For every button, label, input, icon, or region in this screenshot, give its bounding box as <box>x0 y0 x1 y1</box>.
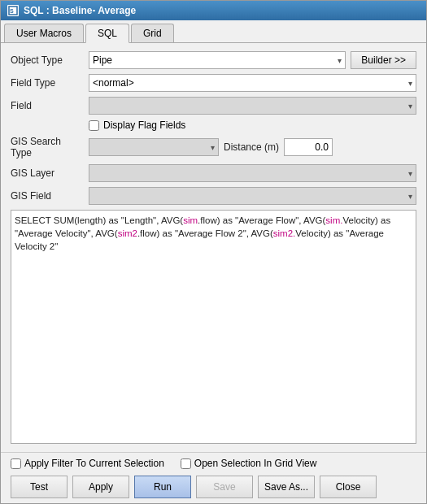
object-type-row: Object Type Pipe Builder >> <box>11 51 416 69</box>
field-label: Field <box>11 100 84 111</box>
gis-field-row: GIS Field <box>11 187 416 205</box>
main-window: S SQL : Baseline- Average User Macros SQ… <box>0 0 427 504</box>
apply-filter-checkbox[interactable] <box>11 458 21 469</box>
title-bar: S SQL : Baseline- Average <box>1 1 426 20</box>
save-as-button[interactable]: Save As... <box>258 476 315 498</box>
object-type-label: Object Type <box>11 54 84 66</box>
gis-field-select-wrapper <box>89 187 416 205</box>
gis-layer-row: GIS Layer <box>11 164 416 182</box>
gis-field-label: GIS Field <box>11 190 84 202</box>
sql-text: SELECT SUM(length) as "Length", AVG(sim.… <box>15 215 390 251</box>
form-content: Object Type Pipe Builder >> Field Type <… <box>1 43 426 452</box>
gis-search-row: GIS SearchType Distance (m) <box>11 136 416 159</box>
gis-layer-select[interactable] <box>89 164 416 182</box>
gis-search-select-wrapper <box>89 138 219 156</box>
tab-bar: User Macros SQL Grid <box>1 20 426 43</box>
apply-filter-label[interactable]: Apply Filter To Current Selection <box>24 458 164 469</box>
svg-text:S: S <box>10 8 14 14</box>
tab-user-macros[interactable]: User Macros <box>4 24 84 42</box>
display-flag-row: Display Flag Fields <box>89 119 416 131</box>
tab-grid[interactable]: Grid <box>131 24 174 42</box>
open-selection-item: Open Selection In Grid View <box>181 458 317 469</box>
bottom-area: Apply Filter To Current Selection Open S… <box>1 452 426 503</box>
field-type-select[interactable]: <normal> <box>89 74 416 92</box>
field-select[interactable] <box>89 97 416 115</box>
tab-sql[interactable]: SQL <box>85 24 129 43</box>
apply-filter-item: Apply Filter To Current Selection <box>11 458 164 469</box>
gis-search-label: GIS SearchType <box>11 136 84 159</box>
field-type-row: Field Type <normal> <box>11 74 416 92</box>
builder-button[interactable]: Builder >> <box>351 51 416 69</box>
apply-button[interactable]: Apply <box>72 476 129 498</box>
button-row: Test Apply Run Save Save As... Close <box>11 476 416 498</box>
field-row: Field <box>11 97 416 115</box>
distance-label: Distance (m) <box>224 141 279 153</box>
field-type-label: Field Type <box>11 77 84 89</box>
title-icon: S <box>7 5 19 16</box>
gis-layer-select-wrapper <box>89 164 416 182</box>
save-button[interactable]: Save <box>196 476 253 498</box>
field-select-wrapper <box>89 97 416 115</box>
object-type-select-wrapper: Pipe <box>89 51 346 69</box>
sql-textarea[interactable]: SELECT SUM(length) as "Length", AVG(sim.… <box>11 210 416 444</box>
bottom-checkboxes: Apply Filter To Current Selection Open S… <box>11 458 416 469</box>
open-selection-checkbox[interactable] <box>181 458 191 469</box>
display-flag-checkbox[interactable] <box>89 120 99 131</box>
distance-input[interactable] <box>284 138 333 156</box>
run-button[interactable]: Run <box>134 476 191 498</box>
title-text: SQL : Baseline- Average <box>24 5 136 16</box>
object-type-select[interactable]: Pipe <box>89 51 346 69</box>
gis-search-select[interactable] <box>89 138 219 156</box>
field-type-select-wrapper: <normal> <box>89 74 416 92</box>
gis-field-select[interactable] <box>89 187 416 205</box>
close-button[interactable]: Close <box>320 476 377 498</box>
gis-layer-label: GIS Layer <box>11 167 84 179</box>
display-flag-label[interactable]: Display Flag Fields <box>103 119 185 131</box>
test-button[interactable]: Test <box>11 476 68 498</box>
open-selection-label[interactable]: Open Selection In Grid View <box>194 458 317 469</box>
